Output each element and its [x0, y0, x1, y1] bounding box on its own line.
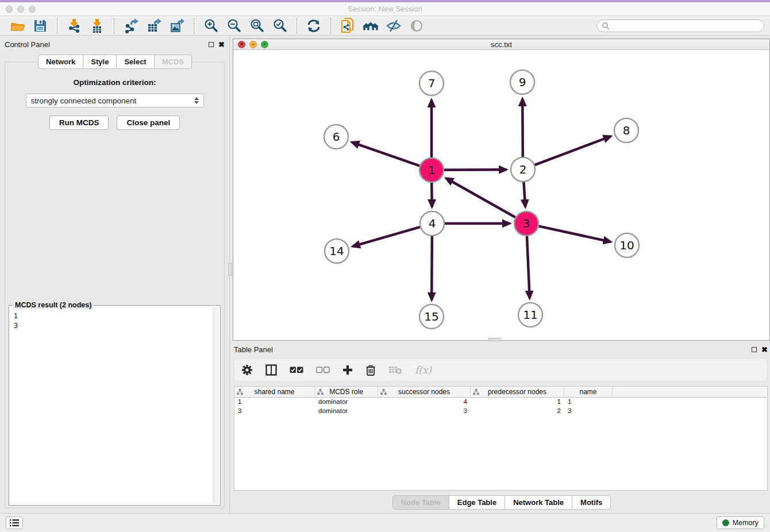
- edge-2-8[interactable]: [535, 136, 611, 165]
- refresh-view-button[interactable]: [305, 17, 322, 34]
- tab-mcds[interactable]: MCDS: [154, 55, 192, 69]
- table-options-button[interactable]: [241, 364, 253, 376]
- import-network-button[interactable]: [66, 17, 83, 34]
- optimization-criterion-select[interactable]: strongly connected component: [26, 94, 204, 107]
- gear-icon: [241, 364, 253, 376]
- home-pages-button[interactable]: [362, 17, 379, 34]
- tab-edge-table[interactable]: Edge Table: [449, 495, 505, 510]
- zoom-out-button[interactable]: [225, 17, 242, 34]
- dropdown-stepper-icon: [194, 97, 199, 104]
- column-header-shared-name[interactable]: shared name: [234, 387, 315, 397]
- function-builder-button: f(x): [415, 364, 432, 376]
- close-panel-button[interactable]: Close panel: [117, 115, 180, 130]
- graph-node-label-4: 4: [429, 217, 436, 230]
- edge-1-2[interactable]: [444, 169, 506, 170]
- edge-2-3[interactable]: [523, 182, 525, 207]
- edge-3-10[interactable]: [538, 226, 610, 242]
- status-bar: Memory: [0, 513, 770, 532]
- network-window-title: scc.txt: [233, 40, 769, 49]
- zoom-in-icon: [203, 18, 218, 33]
- zoom-fit-icon: [249, 18, 264, 33]
- edge-4-14[interactable]: [353, 227, 420, 246]
- memory-status-icon: [722, 519, 729, 526]
- network-close-icon[interactable]: ✕: [238, 41, 245, 48]
- column-header-name[interactable]: name: [564, 387, 613, 397]
- toolbar-separator: [194, 18, 194, 34]
- show-task-history-button[interactable]: [6, 516, 23, 529]
- unselect-all-columns-button[interactable]: [316, 366, 330, 374]
- export-network-icon: [124, 18, 138, 33]
- run-mcds-button[interactable]: Run MCDS: [49, 115, 109, 130]
- tab-motifs[interactable]: Motifs: [572, 495, 611, 510]
- export-table-button[interactable]: [145, 17, 163, 34]
- edge-1-6[interactable]: [352, 142, 419, 166]
- right-column: ✕ − + scc.txt 7968124314101511: [230, 36, 770, 513]
- column-header-mcds-role[interactable]: MCDS role: [315, 387, 378, 397]
- import-table-icon: [90, 18, 105, 33]
- tab-network[interactable]: Network: [38, 55, 83, 69]
- edge-3-1[interactable]: [446, 178, 515, 217]
- hide-graphics-details-button[interactable]: [385, 17, 402, 34]
- import-table-button[interactable]: [88, 17, 106, 34]
- show-graphics-details-button[interactable]: [408, 17, 425, 34]
- tab-style[interactable]: Style: [83, 55, 117, 69]
- tab-select[interactable]: Select: [116, 55, 154, 69]
- delete-columns-button[interactable]: [365, 364, 376, 376]
- zoom-in-button[interactable]: [202, 17, 220, 34]
- edge-2-9[interactable]: [522, 99, 523, 157]
- import-network-icon: [67, 18, 82, 33]
- select-all-columns-button[interactable]: [290, 366, 303, 374]
- column-header-predecessor-nodes[interactable]: predecessor nodes: [471, 387, 564, 397]
- table-tabs-bar: Node Table Edge Table Network Table Moti…: [233, 495, 770, 510]
- memory-button[interactable]: Memory: [717, 516, 764, 529]
- memory-label: Memory: [733, 519, 759, 527]
- export-image-button[interactable]: [168, 17, 186, 34]
- table-row[interactable]: 3 dominator 3 2 3: [234, 407, 767, 416]
- graph-node-label-10: 10: [619, 238, 634, 252]
- export-network-button[interactable]: [122, 17, 140, 34]
- edge-3-11[interactable]: [527, 236, 530, 298]
- graph-node-label-3: 3: [523, 217, 530, 230]
- open-folder-icon: [10, 18, 25, 33]
- zoom-fit-button[interactable]: [248, 17, 265, 34]
- result-scrollbar[interactable]: [213, 307, 219, 504]
- graph-node-label-8: 8: [623, 124, 630, 137]
- zoom-selected-icon: [272, 18, 287, 33]
- main-toolbar: [0, 16, 770, 36]
- export-image-icon: [170, 18, 184, 33]
- vertical-splitter-grip[interactable]: [228, 263, 232, 276]
- tab-network-table[interactable]: Network Table: [505, 495, 572, 510]
- close-panel-icon[interactable]: ✖: [218, 42, 225, 47]
- network-search-field[interactable]: [596, 20, 764, 32]
- network-graph[interactable]: 7968124314101511: [233, 50, 767, 338]
- zoom-selected-button[interactable]: [271, 17, 288, 34]
- node-table[interactable]: shared name MCDS role successor nodes pr…: [234, 386, 768, 491]
- network-maximize-icon[interactable]: +: [261, 41, 268, 48]
- show-column-button[interactable]: [265, 364, 277, 376]
- float-table-panel-icon[interactable]: [752, 347, 757, 352]
- create-column-button[interactable]: [342, 365, 353, 375]
- horizontal-splitter-grip[interactable]: [488, 338, 501, 341]
- open-sample-session-button[interactable]: [339, 17, 356, 34]
- network-canvas[interactable]: 7968124314101511: [233, 50, 769, 340]
- graph-node-label-7: 7: [428, 76, 436, 90]
- network-window-titlebar[interactable]: ✕ − + scc.txt: [233, 39, 769, 50]
- table-row[interactable]: 1 dominator 4 1 1: [234, 398, 767, 407]
- close-table-panel-icon[interactable]: ✖: [761, 347, 768, 352]
- save-session-button[interactable]: [32, 17, 49, 34]
- graph-node-label-9: 9: [519, 75, 526, 89]
- graph-node-label-2: 2: [519, 163, 527, 176]
- column-type-icon: [473, 389, 479, 395]
- table-header-row: shared name MCDS role successor nodes pr…: [234, 387, 767, 398]
- open-session-button[interactable]: [9, 17, 26, 34]
- sample-documents-icon: [340, 17, 356, 34]
- search-input[interactable]: [610, 22, 759, 30]
- graph-node-label-11: 11: [523, 308, 537, 322]
- network-minimize-icon[interactable]: −: [249, 41, 257, 48]
- float-panel-icon[interactable]: [209, 42, 214, 47]
- tab-node-table[interactable]: Node Table: [392, 495, 449, 510]
- column-header-successor-nodes[interactable]: successor nodes: [378, 387, 471, 397]
- toolbar-separator: [57, 18, 57, 34]
- edge-4-15[interactable]: [432, 236, 432, 300]
- app-titlebar: Session: New Session: [0, 2, 770, 16]
